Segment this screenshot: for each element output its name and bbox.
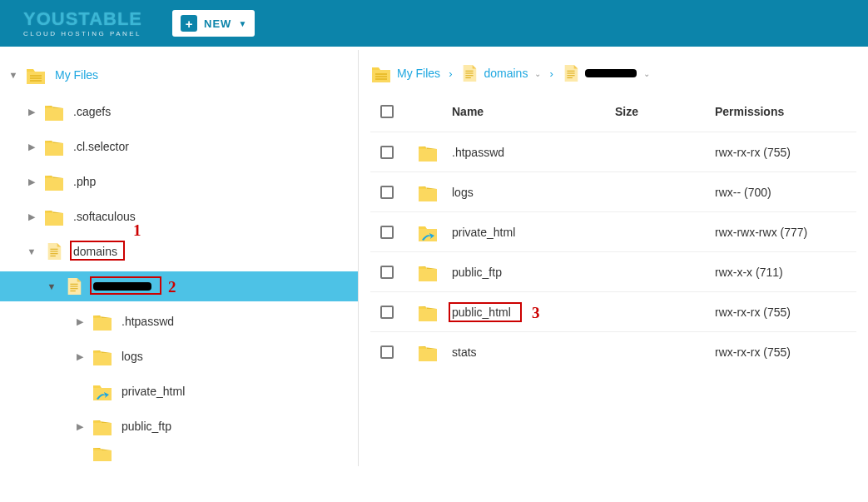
document-icon xyxy=(562,62,580,84)
tree-root-my-files[interactable]: ▼ My Files xyxy=(0,58,358,92)
tree-label: .php xyxy=(73,175,96,188)
folder-icon xyxy=(417,303,439,321)
folder-icon xyxy=(43,172,65,191)
document-icon xyxy=(65,276,83,297)
collapse-icon[interactable]: ▼ xyxy=(45,280,58,293)
new-button[interactable]: + NEW ▼ xyxy=(172,10,255,37)
redacted-text xyxy=(93,282,151,291)
folder-icon xyxy=(43,207,65,226)
cell-name: stats xyxy=(452,345,615,359)
brand-tagline: CLOUD HOSTING PANEL xyxy=(23,30,142,37)
tree-children-root: ▶ .cagefs ▶ .cl.selector ▶ .php ▶ xyxy=(0,97,358,461)
caret-down-icon[interactable]: ⌄ xyxy=(534,69,541,78)
tree-item-softaculous[interactable]: ▶ .softaculous xyxy=(0,201,358,231)
folder-icon xyxy=(43,102,65,121)
topbar: YOUSTABLE CLOUD HOSTING PANEL + NEW ▼ xyxy=(0,0,868,47)
table-row[interactable]: private_html rwx-rwx-rwx (777) xyxy=(370,211,856,251)
tree-label: .cl.selector xyxy=(73,140,129,153)
folder-icon xyxy=(417,143,439,162)
tree-label: public_ftp xyxy=(122,420,171,433)
folder-icon xyxy=(370,64,392,82)
cell-perm: rwx-rx-rx (755) xyxy=(715,306,856,319)
cell-perm: rwx-rx-rx (755) xyxy=(715,345,856,359)
tree-label xyxy=(93,280,151,293)
row-checkbox[interactable] xyxy=(380,226,394,239)
table-row[interactable]: .htpasswd rwx-rx-rx (755) xyxy=(370,132,856,171)
folder-icon xyxy=(92,312,113,331)
tree-item-clselector[interactable]: ▶ .cl.selector xyxy=(0,132,358,162)
brand-logo: YOUSTABLE CLOUD HOSTING PANEL xyxy=(23,10,142,37)
tree-label: .htpasswd xyxy=(122,315,174,328)
cell-perm: rwx-rwx-rwx (777) xyxy=(715,226,856,239)
breadcrumb-domain-current[interactable]: ⌄ xyxy=(562,62,650,84)
tree-item-cagefs[interactable]: ▶ .cagefs xyxy=(0,97,358,127)
folder-icon xyxy=(92,417,113,435)
cell-name: logs xyxy=(452,186,615,199)
col-header-perm[interactable]: Permissions xyxy=(715,105,856,118)
expand-icon[interactable]: ▶ xyxy=(73,315,87,328)
folder-icon xyxy=(417,343,439,361)
content-panel: My Files › domains ⌄ › ⌄ Name Size Permi… xyxy=(359,47,868,466)
expand-icon[interactable]: ▶ xyxy=(25,210,38,223)
file-table: Name Size Permissions .htpasswd rwx-rx-r… xyxy=(370,92,856,371)
redacted-text xyxy=(585,69,637,77)
tree-item-public-ftp[interactable]: ▶ public_ftp xyxy=(0,411,358,441)
tree-label: private_html xyxy=(122,385,185,398)
cell-perm: rwx-x-x (711) xyxy=(715,266,856,279)
breadcrumb: My Files › domains ⌄ › ⌄ xyxy=(370,55,856,92)
collapse-icon[interactable]: ▼ xyxy=(7,68,20,82)
expand-icon[interactable]: ▶ xyxy=(25,175,38,188)
row-checkbox[interactable] xyxy=(380,146,394,159)
main-area: ▼ My Files ▶ .cagefs ▶ .cl.selector xyxy=(0,47,868,466)
row-checkbox[interactable] xyxy=(380,186,394,199)
tree-item-php[interactable]: ▶ .php xyxy=(0,167,358,196)
breadcrumb-domains[interactable]: domains ⌄ xyxy=(460,62,541,84)
document-icon xyxy=(460,62,479,84)
collapse-icon[interactable]: ▼ xyxy=(25,245,38,258)
folder-icon xyxy=(92,446,113,461)
table-row[interactable]: public_ftp rwx-x-x (711) xyxy=(370,251,856,291)
new-button-label: NEW xyxy=(204,17,231,30)
col-header-name[interactable]: Name xyxy=(452,105,615,118)
expand-icon[interactable]: ▶ xyxy=(25,140,38,153)
select-all-checkbox[interactable] xyxy=(380,105,394,118)
tree-item-domain-selected[interactable]: ▼ 2 xyxy=(0,271,358,301)
plus-icon: + xyxy=(181,15,197,32)
folder-icon xyxy=(43,137,65,156)
row-checkbox[interactable] xyxy=(380,306,394,319)
table-header-row: Name Size Permissions xyxy=(370,92,856,132)
expand-icon[interactable]: ▶ xyxy=(25,105,38,118)
breadcrumb-label: My Files xyxy=(397,67,440,80)
expand-icon[interactable]: ▶ xyxy=(73,420,87,433)
breadcrumb-label xyxy=(585,67,637,80)
chevron-right-icon: › xyxy=(549,67,553,80)
cell-perm: rwx-- (700) xyxy=(715,186,856,199)
row-checkbox[interactable] xyxy=(380,266,394,279)
breadcrumb-label: domains xyxy=(484,67,528,80)
breadcrumb-my-files[interactable]: My Files xyxy=(370,64,440,82)
caret-down-icon[interactable]: ⌄ xyxy=(643,69,650,78)
document-icon xyxy=(45,241,63,262)
table-row[interactable]: stats rwx-rx-rx (755) xyxy=(370,331,856,371)
cell-name: public_ftp xyxy=(452,266,615,279)
expand-icon[interactable]: ▶ xyxy=(73,350,87,363)
tree-label: .cagefs xyxy=(73,105,111,118)
table-row[interactable]: public_html rwx-rx-rx (755) 3 xyxy=(370,291,856,331)
folder-shortcut-icon xyxy=(92,382,113,400)
tree-item-logs[interactable]: ▶ logs xyxy=(0,341,358,371)
tree-item-private-html[interactable]: ▶ private_html xyxy=(0,376,358,406)
folder-icon xyxy=(417,183,439,201)
row-checkbox[interactable] xyxy=(380,345,394,359)
tree-item-more[interactable]: ▶ xyxy=(0,446,358,461)
cell-name: private_html xyxy=(452,226,615,239)
table-row[interactable]: logs rwx-- (700) xyxy=(370,171,856,211)
col-header-size[interactable]: Size xyxy=(615,105,715,118)
folder-icon xyxy=(417,263,439,281)
tree-sidebar: ▼ My Files ▶ .cagefs ▶ .cl.selector xyxy=(0,47,358,466)
tree-item-htpasswd[interactable]: ▶ .htpasswd xyxy=(0,306,358,336)
folder-icon xyxy=(92,347,113,365)
tree-label: logs xyxy=(122,350,143,363)
cell-name: .htpasswd xyxy=(452,146,615,159)
caret-down-icon: ▼ xyxy=(238,19,246,28)
tree-item-domains[interactable]: ▼ domains 1 xyxy=(0,236,358,266)
